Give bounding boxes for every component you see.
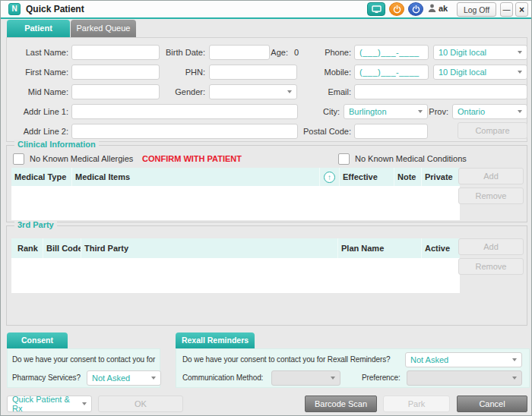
quick-patient-window: N Quick Patient ak Log Off — × (0, 0, 532, 416)
addr-line2-input[interactable] (71, 124, 298, 139)
no-known-conditions-label: No Known Medical Conditions (355, 153, 467, 165)
third-party-table-header: Rank Bill Code Third Party Plan Name Act… (11, 238, 460, 258)
mid-name-label: Mid Name: (10, 84, 68, 99)
birth-date-input[interactable] (209, 45, 270, 60)
clinical-information-title: Clinical Information (14, 140, 99, 149)
column-header[interactable]: Bill Code (43, 238, 81, 258)
chevron-down-icon (512, 358, 517, 361)
medical-items-table: Medical Type Medical Items ↑ Effective N… (11, 168, 460, 220)
rexall-reminders-tab[interactable]: Rexall Reminders (176, 332, 255, 348)
rexall-consent-select[interactable]: Not Asked (405, 352, 522, 367)
addr-line1-input[interactable] (71, 104, 298, 119)
tab-patient[interactable]: Patient (7, 20, 70, 37)
phn-label: PHN: (144, 65, 205, 80)
phone-format-select[interactable]: 10 Digit local (433, 45, 527, 60)
column-header[interactable]: Third Party (81, 238, 338, 258)
minimize-button[interactable]: — (500, 2, 513, 17)
preference-select[interactable] (407, 370, 522, 386)
last-name-label: Last Name: (10, 45, 68, 60)
medical-remove-button[interactable]: Remove (458, 188, 524, 204)
gender-label: Gender: (144, 84, 205, 99)
chevron-down-icon (418, 110, 423, 113)
column-header[interactable]: Active (422, 238, 460, 258)
column-header[interactable]: Medical Items (72, 168, 320, 186)
third-party-table: Rank Bill Code Third Party Plan Name Act… (11, 238, 460, 293)
phone-input[interactable]: (___)___-____ (354, 45, 429, 60)
column-header[interactable]: Private (422, 168, 460, 186)
log-off-button[interactable]: Log Off (457, 2, 496, 17)
chevron-down-icon (512, 377, 517, 380)
column-header[interactable]: Note (394, 168, 422, 186)
column-header[interactable]: Plan Name (338, 238, 422, 258)
third-party-add-button[interactable]: Add (458, 238, 524, 255)
birth-date-label: Birth Date: (144, 45, 205, 60)
prov-label: Prov: (425, 104, 448, 119)
no-known-allergies-label: No Known Medical Allergies (30, 153, 133, 165)
third-party-title: 3rd Party (14, 220, 57, 229)
remote-session-button[interactable] (367, 2, 385, 16)
mobile-format-select[interactable]: 10 Digit local (433, 65, 527, 80)
consent-select[interactable]: Not Asked (87, 370, 161, 386)
third-party-group: 3rd Party Rank Bill Code Third Party Pla… (6, 225, 527, 326)
compare-button[interactable]: Compare (458, 122, 527, 139)
prov-select[interactable]: Ontario (452, 104, 527, 119)
window-title: Quick Patient (26, 4, 84, 14)
consent-tab[interactable]: Consent (7, 332, 68, 348)
power-orange-button[interactable] (389, 2, 404, 16)
consent-value: Not Asked (92, 373, 130, 383)
addr-line2-label: Addr Line 2: (10, 124, 68, 139)
chevron-down-icon (518, 51, 522, 54)
ok-button[interactable]: OK (98, 396, 183, 412)
power-icon (393, 5, 401, 14)
no-known-conditions-checkbox[interactable] (338, 153, 350, 165)
power-icon (412, 5, 420, 14)
clinical-information-group: Clinical Information No Known Medical Al… (6, 145, 527, 222)
medical-items-table-header: Medical Type Medical Items ↑ Effective N… (11, 168, 460, 186)
city-value: Burlington (349, 107, 387, 116)
city-select[interactable]: Burlington (344, 104, 428, 119)
tab-parked-queue[interactable]: Parked Queue (71, 20, 136, 37)
column-header[interactable]: Medical Type (11, 168, 72, 186)
city-label: City: (309, 104, 340, 119)
mode-select[interactable]: Quick Patient & Rx (7, 396, 92, 412)
monitor-icon (372, 5, 382, 14)
park-button[interactable]: Park (383, 396, 450, 412)
age-label: Age: (264, 45, 288, 60)
phone-format-value: 10 Digit local (439, 48, 486, 57)
cancel-button[interactable]: Cancel (457, 396, 527, 412)
consent-question-line1: Do we have your consent to contact you f… (12, 352, 155, 367)
power-blue-button[interactable] (408, 2, 423, 16)
title-bar: N Quick Patient ak Log Off — × (1, 1, 531, 17)
no-known-allergies-checkbox[interactable] (13, 153, 24, 165)
third-party-table-body[interactable] (11, 258, 460, 293)
accent-divider (1, 17, 531, 19)
close-button[interactable]: × (515, 2, 528, 17)
sort-up-icon[interactable]: ↑ (324, 172, 335, 183)
medical-add-button[interactable]: Add (458, 168, 524, 184)
medical-items-table-body[interactable] (11, 186, 460, 220)
gender-select[interactable] (209, 84, 297, 99)
communication-method-select[interactable] (271, 370, 340, 386)
mobile-input[interactable]: (___)___-____ (354, 65, 429, 80)
communication-method-label: Communication Method: (182, 370, 263, 386)
mode-value: Quick Patient & Rx (12, 395, 82, 413)
sort-column-header[interactable]: ↑ (320, 168, 340, 186)
postal-code-label: Postal Code: (292, 124, 351, 139)
chevron-down-icon (287, 90, 292, 93)
column-header[interactable]: Rank (11, 238, 43, 258)
current-user: ak (428, 4, 448, 13)
third-party-remove-button[interactable]: Remove (458, 258, 524, 275)
phone-label: Phone: (307, 45, 351, 60)
rexall-consent-value: Not Asked (410, 355, 448, 364)
column-header[interactable]: Effective (340, 168, 394, 186)
person-icon (428, 4, 436, 13)
postal-code-input[interactable] (354, 124, 428, 139)
chevron-down-icon (151, 377, 156, 380)
confirm-with-patient-warning: CONFIRM WITH PATIENT (142, 153, 242, 165)
rexall-reminders-panel: Do we have your consent to contact you f… (176, 348, 530, 388)
app-icon: N (8, 3, 21, 15)
demographics-panel: Last Name: Birth Date: Age: 0 Phone: (__… (6, 37, 527, 142)
barcode-scan-button[interactable]: Barcode Scan (305, 396, 377, 412)
email-input[interactable] (354, 84, 527, 99)
phn-input[interactable] (209, 65, 297, 80)
